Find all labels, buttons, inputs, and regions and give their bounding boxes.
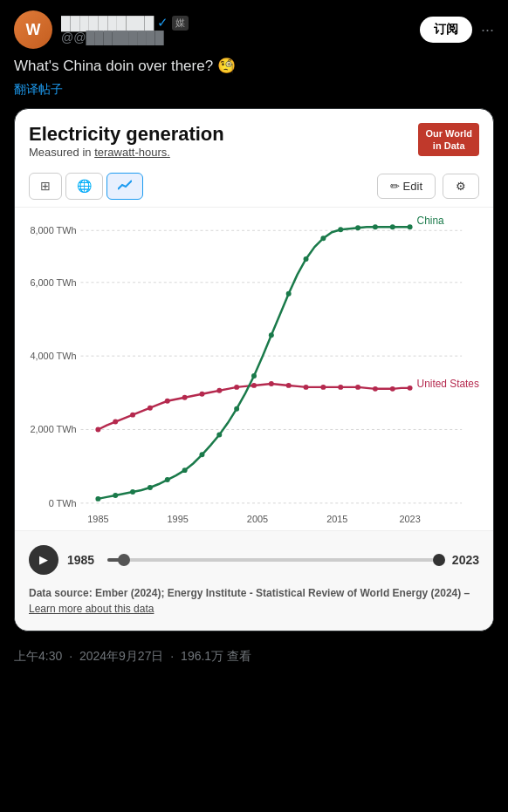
- more-button[interactable]: ···: [481, 21, 494, 39]
- tweet-meta: 上午4:30 · 2024年9月27日 · 196.1万 查看: [14, 642, 494, 665]
- data-source: Data source: Ember (2024); Energy Instit…: [29, 582, 479, 624]
- user-info: ██████████ ✓ 媒 @@█████████: [61, 15, 189, 44]
- globe-view-button[interactable]: 🌐: [65, 173, 103, 200]
- username: @@█████████: [61, 31, 189, 44]
- svg-point-34: [95, 496, 100, 502]
- settings-button[interactable]: ⚙: [443, 174, 479, 199]
- timeline-control: ▶ 1985 2023: [29, 538, 479, 582]
- table-view-button[interactable]: ⊞: [29, 173, 62, 200]
- svg-text:2023: 2023: [399, 513, 420, 523]
- chart-area: 0 TWh 2,000 TWh 4,000 TWh 6,000 TWh 8,00…: [15, 208, 493, 530]
- svg-point-49: [355, 225, 360, 230]
- svg-point-37: [148, 485, 153, 490]
- chart-controls: ⊞ 🌐 ✏ Edit ⚙: [15, 166, 493, 208]
- svg-point-26: [286, 383, 292, 388]
- tweet-time: 上午4:30: [14, 649, 62, 663]
- svg-point-33: [408, 386, 413, 391]
- learn-more-link[interactable]: Learn more about this data: [29, 603, 154, 615]
- svg-point-52: [408, 224, 413, 229]
- svg-point-32: [390, 386, 395, 392]
- svg-point-50: [373, 224, 378, 229]
- chart-title: Electricity generation: [29, 123, 224, 146]
- tweet-header: W ██████████ ✓ 媒 @@█████████ 订阅 ···: [14, 10, 494, 49]
- svg-point-44: [269, 332, 274, 338]
- play-button[interactable]: ▶: [29, 545, 58, 575]
- owid-logo[interactable]: Our World in Data: [418, 123, 479, 157]
- verified-icon: ✓: [157, 15, 168, 31]
- chart-card: Electricity generation Measured in teraw…: [14, 108, 494, 631]
- svg-point-41: [216, 432, 222, 437]
- svg-point-17: [130, 412, 135, 417]
- svg-text:1995: 1995: [168, 513, 189, 523]
- chart-svg: 0 TWh 2,000 TWh 4,000 TWh 6,000 TWh 8,00…: [29, 216, 479, 530]
- svg-point-39: [182, 467, 188, 473]
- svg-point-40: [199, 452, 204, 457]
- svg-text:2015: 2015: [326, 513, 347, 523]
- media-badge: 媒: [172, 16, 189, 31]
- svg-point-27: [304, 385, 309, 390]
- svg-point-38: [165, 477, 170, 482]
- svg-text:8,000 TWh: 8,000 TWh: [30, 225, 76, 235]
- end-year-label: 2023: [448, 553, 479, 567]
- svg-point-21: [199, 392, 204, 397]
- svg-text:China: China: [417, 216, 444, 227]
- translate-link[interactable]: 翻译帖子: [14, 82, 494, 98]
- line-view-button[interactable]: [106, 173, 143, 200]
- timeline-slider[interactable]: [107, 558, 439, 562]
- svg-point-23: [234, 385, 239, 390]
- svg-point-28: [320, 385, 326, 390]
- svg-point-15: [95, 426, 100, 432]
- svg-point-36: [130, 489, 135, 495]
- svg-text:2,000 TWh: 2,000 TWh: [30, 424, 76, 434]
- svg-point-25: [269, 381, 274, 386]
- svg-point-19: [165, 399, 170, 404]
- svg-point-47: [320, 235, 326, 241]
- svg-point-45: [286, 291, 292, 297]
- start-year-label: 1985: [67, 553, 99, 567]
- svg-point-20: [182, 395, 188, 400]
- svg-point-22: [216, 388, 222, 393]
- svg-text:0 TWh: 0 TWh: [49, 498, 77, 508]
- svg-text:1985: 1985: [87, 513, 108, 523]
- svg-point-16: [113, 419, 118, 424]
- svg-point-43: [251, 373, 257, 379]
- svg-point-24: [251, 383, 257, 388]
- svg-text:4,000 TWh: 4,000 TWh: [30, 351, 76, 361]
- svg-text:6,000 TWh: 6,000 TWh: [30, 277, 76, 288]
- svg-text:United States: United States: [417, 378, 479, 390]
- avatar[interactable]: W: [14, 10, 52, 49]
- svg-point-31: [373, 386, 378, 392]
- svg-point-48: [338, 227, 343, 232]
- svg-point-18: [148, 406, 153, 411]
- svg-text:2005: 2005: [247, 513, 268, 523]
- chart-footer: ▶ 1985 2023 Data source: Ember (2024); E…: [15, 530, 493, 631]
- svg-point-35: [113, 493, 118, 498]
- svg-point-29: [338, 385, 343, 390]
- edit-button[interactable]: ✏ Edit: [377, 174, 436, 199]
- tweet-date: 2024年9月27日: [79, 649, 164, 663]
- svg-point-46: [304, 256, 309, 262]
- tweet-text: What's China doin over there? 🧐: [14, 56, 494, 77]
- chart-subtitle: Measured in terawatt-hours.: [29, 146, 224, 159]
- svg-point-30: [355, 385, 360, 390]
- display-name: ██████████: [61, 16, 154, 31]
- chart-header: Electricity generation Measured in teraw…: [15, 109, 493, 166]
- svg-point-42: [234, 406, 239, 412]
- subscribe-button[interactable]: 订阅: [420, 17, 472, 43]
- tweet-views: 196.1万 查看: [181, 649, 251, 663]
- svg-point-51: [390, 224, 395, 229]
